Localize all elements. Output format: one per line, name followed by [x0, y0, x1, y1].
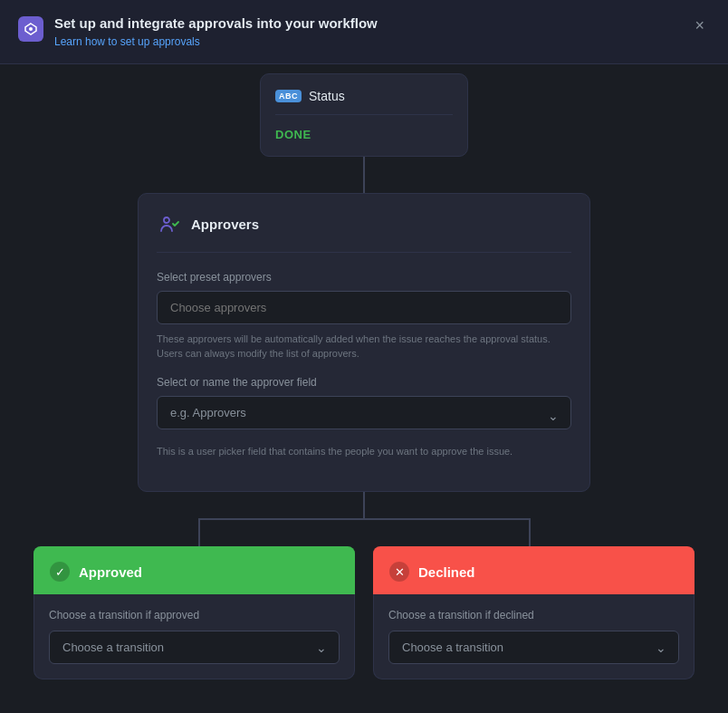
approved-transition-wrapper: Choose a transition: [49, 631, 340, 664]
branch-horiz-line: [199, 518, 530, 520]
branch-center-line: [363, 492, 365, 519]
header: Set up and integrate approvals into your…: [0, 0, 728, 64]
preset-hint: These approvers will be automatically ad…: [157, 332, 571, 361]
declined-badge: ✕ Declined: [373, 546, 694, 594]
outcome-cards-row: ✓ Approved Choose a transition if approv…: [34, 546, 694, 679]
branch-right-line: [529, 518, 531, 546]
status-card-header: ABC Status: [275, 89, 453, 115]
branch-left-line: [198, 518, 200, 546]
status-card-title: Status: [309, 89, 345, 103]
declined-container: ✕ Declined Choose a transition if declin…: [373, 546, 694, 679]
learn-more-link[interactable]: Learn how to set up approvals: [54, 35, 200, 48]
close-button[interactable]: ×: [689, 14, 710, 37]
approved-transition-select[interactable]: Choose a transition: [49, 631, 340, 664]
preset-label: Select preset approvers: [157, 271, 571, 284]
approved-label: Approved: [79, 564, 142, 580]
approved-container: ✓ Approved Choose a transition if approv…: [34, 546, 355, 679]
branch-area: [34, 492, 694, 546]
approver-field-select[interactable]: e.g. Approvers: [157, 396, 571, 429]
svg-point-0: [29, 27, 33, 31]
app-logo: [18, 16, 43, 42]
abc-icon: ABC: [275, 90, 302, 102]
approved-check-icon: ✓: [50, 562, 70, 582]
inner-content: ABC Status DONE Approvers Select pres: [0, 64, 728, 712]
declined-transition-select[interactable]: Choose a transition: [388, 631, 679, 664]
approvers-icon: [157, 212, 182, 237]
header-left: Set up and integrate approvals into your…: [18, 14, 378, 49]
approvers-title: Approvers: [191, 217, 259, 232]
main-content: ABC Status DONE Approvers Select pres: [0, 64, 728, 712]
declined-x-icon: ✕: [389, 562, 409, 582]
svg-point-1: [164, 217, 169, 223]
approved-badge: ✓ Approved: [34, 546, 355, 594]
connector-line-top: [363, 157, 365, 193]
declined-transition-section: Choose a transition if declined Choose a…: [373, 594, 694, 679]
done-badge: DONE: [275, 128, 453, 141]
approvers-section: Approvers Select preset approvers These …: [138, 193, 590, 493]
field-hint: This is a user picker field that contain…: [157, 444, 571, 459]
approvers-header: Approvers: [157, 212, 571, 253]
declined-transition-wrapper: Choose a transition: [388, 631, 679, 664]
status-card: ABC Status DONE: [260, 73, 468, 157]
declined-label: Declined: [418, 564, 475, 580]
approver-field-wrapper: e.g. Approvers: [157, 396, 571, 437]
dialog-title: Set up and integrate approvals into your…: [54, 14, 378, 33]
preset-approvers-input[interactable]: [157, 291, 571, 324]
declined-transition-label: Choose a transition if declined: [388, 609, 679, 621]
field-label: Select or name the approver field: [157, 376, 571, 389]
approved-transition-section: Choose a transition if approved Choose a…: [34, 594, 355, 679]
approved-transition-label: Choose a transition if approved: [49, 609, 340, 621]
header-text: Set up and integrate approvals into your…: [54, 14, 378, 49]
